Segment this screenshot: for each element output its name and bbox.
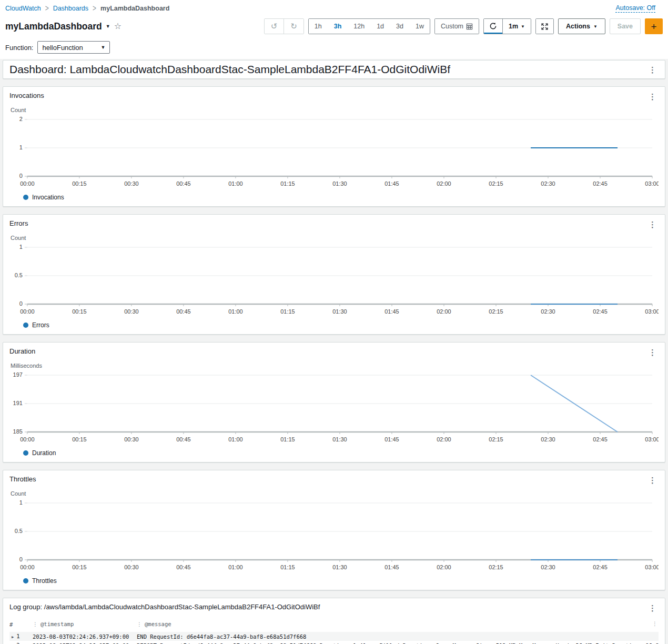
svg-text:191: 191	[13, 400, 23, 406]
chart-menu-button[interactable]: ⋮	[646, 92, 659, 102]
chart-panel-duration: Duration⋮Milliseconds18519119700:0000:15…	[3, 342, 665, 462]
column-menu-icon[interactable]: ⋮	[652, 619, 657, 629]
fullscreen-group	[535, 18, 554, 34]
chart-title: Duration	[9, 347, 35, 355]
svg-text:02:00: 02:00	[437, 564, 451, 570]
refresh-interval-dropdown[interactable]: 1m ▼	[503, 19, 531, 34]
actions-dropdown[interactable]: Actions ▼	[558, 18, 605, 34]
svg-text:00:30: 00:30	[124, 436, 138, 442]
chart-plot-throttles[interactable]: 00.5100:0000:1500:3000:4501:0001:1501:30…	[9, 498, 659, 576]
dashboard-content: Dashboard: LambdaCloudwatchDashboardStac…	[0, 59, 668, 644]
chart-plot-errors[interactable]: 00.5100:0000:1500:3000:4501:0001:1501:30…	[9, 242, 659, 320]
chart-menu-button[interactable]: ⋮	[646, 219, 659, 229]
svg-text:00:30: 00:30	[124, 308, 138, 315]
refresh-icon	[489, 22, 497, 30]
chart-plot-duration[interactable]: 18519119700:0000:1500:3000:4501:0001:150…	[9, 370, 659, 448]
legend-label: Invocations	[32, 194, 64, 201]
chart-legend[interactable]: Duration	[23, 449, 659, 457]
expand-row-icon[interactable]: ▶	[12, 635, 14, 639]
svg-text:00:15: 00:15	[72, 436, 86, 442]
breadcrumb-current: myLambdaDashboard	[100, 5, 169, 12]
svg-text:00:15: 00:15	[72, 564, 86, 570]
chevron-down-icon: ▼	[521, 24, 525, 29]
time-range-1w[interactable]: 1w	[410, 19, 430, 34]
fullscreen-button[interactable]	[536, 19, 553, 34]
refresh-interval-value: 1m	[509, 23, 518, 30]
svg-text:00:45: 00:45	[176, 308, 190, 315]
chart-menu-button[interactable]: ⋮	[646, 347, 659, 357]
svg-text:02:15: 02:15	[489, 436, 503, 442]
function-select[interactable]: helloFunction ▼	[37, 41, 110, 54]
svg-text:1: 1	[19, 144, 23, 150]
log-row-1[interactable]: ▶12023-08-03T02:24:26.937+09:00END Reque…	[9, 632, 659, 641]
svg-text:03:00: 03:00	[645, 308, 659, 315]
col-header-timestamp[interactable]: ⋮@timestamp	[33, 619, 137, 629]
svg-text:01:30: 01:30	[332, 564, 347, 570]
svg-text:02:30: 02:30	[541, 180, 555, 187]
time-range-1d[interactable]: 1d	[371, 19, 390, 34]
svg-text:0.5: 0.5	[15, 528, 23, 534]
title-dropdown-caret-icon[interactable]: ▼	[106, 24, 110, 29]
column-menu-icon[interactable]: ⋮	[33, 621, 38, 627]
time-range-3h[interactable]: 3h	[328, 19, 348, 34]
log-message: REPORT RequestId: d6e44fa8-ac37-44a9-baf…	[137, 641, 659, 644]
breadcrumb-cloudwatch[interactable]: CloudWatch	[5, 5, 41, 12]
log-table-body: ▶12023-08-03T02:24:26.937+09:00END Reque…	[9, 632, 659, 644]
calendar-icon	[466, 23, 473, 30]
chart-legend[interactable]: Throttles	[23, 577, 659, 585]
autosave-toggle[interactable]: Autosave: Off	[615, 4, 655, 13]
redo-button[interactable]: ↻	[284, 19, 303, 34]
log-table-header: #⋮@timestamp⋮@message⋮	[9, 619, 659, 629]
time-range-3d[interactable]: 3d	[390, 19, 409, 34]
chart-title: Throttles	[9, 475, 36, 483]
legend-label: Duration	[32, 449, 56, 457]
y-axis-label: Count	[11, 107, 659, 113]
chevron-down-icon: ▼	[593, 24, 598, 29]
svg-text:0: 0	[19, 173, 23, 179]
svg-text:185: 185	[13, 428, 23, 435]
chart-title: Invocations	[9, 92, 44, 99]
favorite-star-icon[interactable]: ☆	[114, 22, 122, 31]
log-timestamp: 2023-08-03T02:24:26.937+09:00	[33, 632, 137, 641]
custom-range-button[interactable]: Custom	[435, 19, 479, 34]
col-header-num[interactable]: #	[9, 619, 33, 630]
chevron-down-icon: ▼	[101, 45, 106, 50]
chart-legend[interactable]: Invocations	[23, 194, 659, 201]
svg-text:01:15: 01:15	[280, 436, 295, 442]
chart-panel-invocations: Invocations⋮Count01200:0000:1500:3000:45…	[3, 86, 665, 207]
fullscreen-icon	[541, 23, 549, 31]
time-range-1h[interactable]: 1h	[309, 19, 328, 34]
svg-text:00:15: 00:15	[72, 180, 86, 187]
col-header-message[interactable]: ⋮@message	[137, 619, 659, 629]
log-menu-button[interactable]: ⋮	[646, 603, 659, 613]
svg-text:00:45: 00:45	[176, 436, 190, 442]
charts-container: Invocations⋮Count01200:0000:1500:3000:45…	[3, 86, 665, 590]
function-select-value: helloFunction	[42, 44, 83, 52]
svg-text:02:00: 02:00	[437, 180, 451, 187]
refresh-button[interactable]	[484, 19, 502, 34]
svg-text:01:45: 01:45	[384, 180, 399, 187]
svg-text:03:00: 03:00	[645, 180, 659, 187]
chart-panel-errors: Errors⋮Count00.5100:0000:1500:3000:4501:…	[3, 214, 665, 335]
chart-plot-invocations[interactable]: 01200:0000:1500:3000:4501:0001:1501:3001…	[9, 114, 659, 192]
chart-panel-throttles: Throttles⋮Count00.5100:0000:1500:3000:45…	[3, 470, 665, 590]
save-button[interactable]: Save	[610, 18, 641, 34]
chart-menu-button[interactable]: ⋮	[646, 475, 659, 485]
breadcrumb-dashboards[interactable]: Dashboards	[53, 5, 88, 12]
time-range-12h[interactable]: 12h	[348, 19, 370, 34]
svg-text:0: 0	[19, 300, 23, 307]
undo-button[interactable]: ↺	[265, 19, 284, 34]
legend-dot-icon	[23, 450, 28, 456]
log-panel: Log group: /aws/lambda/LambdaCloudwatchD…	[3, 598, 665, 644]
column-menu-icon[interactable]: ⋮	[137, 621, 142, 627]
legend-label: Errors	[32, 321, 49, 329]
dashboard-menu-button[interactable]: ⋮	[646, 65, 659, 75]
svg-text:02:30: 02:30	[541, 308, 555, 315]
log-row-num: ▶1	[9, 632, 33, 641]
custom-range-label: Custom	[441, 23, 463, 30]
add-widget-button[interactable]: +	[645, 18, 663, 34]
chevron-right-icon: >	[45, 4, 49, 13]
log-row-2[interactable]: ▶22023-08-03T02:24:26.937+09:00REPORT Re…	[9, 641, 659, 644]
svg-text:02:30: 02:30	[541, 564, 555, 570]
chart-legend[interactable]: Errors	[23, 321, 659, 329]
